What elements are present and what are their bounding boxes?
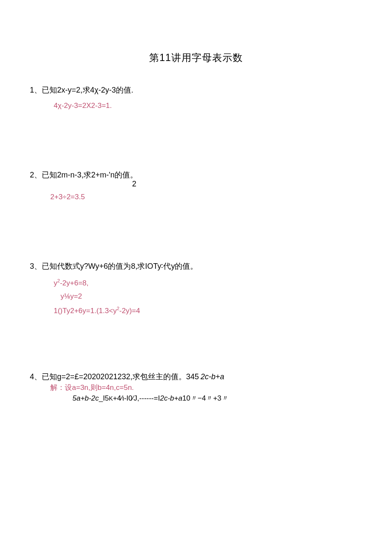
page-title: 第11讲用字母表示数: [30, 51, 362, 64]
question-1: 1、已知2x-y=2,求4χ-2y-3的值.: [30, 85, 362, 96]
answer-3-line1: y2-2y+6=8,: [54, 278, 362, 288]
answer-3-line2: y⅛y=2: [61, 292, 362, 301]
answer-4-line1: 解：设a=3n,则b=4n,c=5n.: [50, 383, 362, 392]
answer-4-line2: 5a+b-2c_I5K+4∕ι-I0∕J,------=I2c-b+a10〃−4…: [72, 393, 362, 403]
question-2-subline: 2: [132, 180, 362, 189]
answer-2: 2+3÷2=3.5: [50, 193, 362, 201]
question-2: 2、已知2m-n-3,求2+m-'n的值。: [30, 170, 362, 180]
answer-3-line3: 1()Ty2+6y=1.(1.3<y2-2y)=4: [54, 306, 362, 315]
question-4: 4、已知g=2=£=20202021232,求包丝主的值。345 2c-b+a: [30, 372, 362, 382]
question-3: 3、已知代数式y?Wy+6的值为8,求IOTy∶代y的值。: [30, 261, 362, 272]
answer-1: 4χ-2y-3=2X2-3=1.: [54, 102, 362, 110]
